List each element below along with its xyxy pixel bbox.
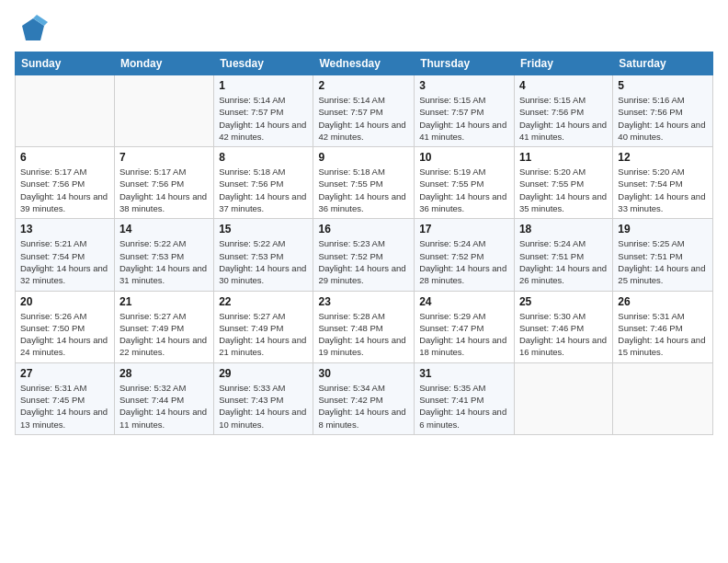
calendar-cell: 3Sunrise: 5:15 AMSunset: 7:57 PMDaylight… [415, 75, 515, 147]
calendar-week-5: 27Sunrise: 5:31 AMSunset: 7:45 PMDayligh… [16, 362, 713, 434]
day-number: 6 [20, 151, 109, 164]
day-number: 28 [119, 367, 209, 380]
day-number: 22 [219, 295, 308, 308]
calendar-cell: 18Sunrise: 5:24 AMSunset: 7:51 PMDayligh… [514, 219, 612, 291]
calendar-week-1: 1Sunrise: 5:14 AMSunset: 7:57 PMDaylight… [16, 75, 713, 147]
day-info: Sunrise: 5:16 AMSunset: 7:56 PMDaylight:… [618, 94, 708, 143]
day-info: Sunrise: 5:14 AMSunset: 7:57 PMDaylight:… [219, 94, 308, 143]
calendar-cell: 2Sunrise: 5:14 AMSunset: 7:57 PMDaylight… [313, 75, 415, 147]
weekday-header-wednesday: Wednesday [313, 52, 415, 75]
day-info: Sunrise: 5:23 AMSunset: 7:52 PMDaylight:… [318, 237, 409, 286]
day-info: Sunrise: 5:32 AMSunset: 7:44 PMDaylight:… [119, 382, 209, 431]
day-number: 2 [318, 79, 409, 92]
day-number: 21 [119, 295, 209, 308]
calendar-cell: 20Sunrise: 5:26 AMSunset: 7:50 PMDayligh… [16, 291, 115, 362]
day-number: 31 [419, 367, 509, 380]
day-number: 25 [519, 295, 608, 308]
calendar-cell: 30Sunrise: 5:34 AMSunset: 7:42 PMDayligh… [313, 362, 415, 434]
weekday-header-tuesday: Tuesday [214, 52, 313, 75]
day-info: Sunrise: 5:30 AMSunset: 7:46 PMDaylight:… [519, 310, 608, 359]
weekday-header-saturday: Saturday [613, 52, 713, 75]
day-info: Sunrise: 5:33 AMSunset: 7:43 PMDaylight:… [219, 382, 308, 431]
calendar-body: 1Sunrise: 5:14 AMSunset: 7:57 PMDaylight… [16, 75, 713, 435]
calendar-cell: 16Sunrise: 5:23 AMSunset: 7:52 PMDayligh… [313, 219, 415, 291]
day-number: 20 [20, 295, 109, 308]
day-info: Sunrise: 5:21 AMSunset: 7:54 PMDaylight:… [20, 237, 109, 286]
day-info: Sunrise: 5:18 AMSunset: 7:56 PMDaylight:… [219, 166, 308, 214]
day-number: 1 [219, 79, 308, 92]
day-info: Sunrise: 5:35 AMSunset: 7:41 PMDaylight:… [419, 382, 509, 431]
day-info: Sunrise: 5:24 AMSunset: 7:51 PMDaylight:… [519, 237, 608, 286]
day-info: Sunrise: 5:28 AMSunset: 7:48 PMDaylight:… [318, 310, 409, 359]
calendar-week-4: 20Sunrise: 5:26 AMSunset: 7:50 PMDayligh… [16, 291, 713, 362]
calendar-week-3: 13Sunrise: 5:21 AMSunset: 7:54 PMDayligh… [16, 219, 713, 291]
calendar-cell: 26Sunrise: 5:31 AMSunset: 7:46 PMDayligh… [613, 291, 713, 362]
calendar-table: SundayMondayTuesdayWednesdayThursdayFrid… [15, 52, 713, 435]
calendar-cell: 25Sunrise: 5:30 AMSunset: 7:46 PMDayligh… [514, 291, 612, 362]
day-info: Sunrise: 5:22 AMSunset: 7:53 PMDaylight:… [119, 237, 209, 286]
day-info: Sunrise: 5:17 AMSunset: 7:56 PMDaylight:… [119, 166, 209, 214]
calendar-cell: 7Sunrise: 5:17 AMSunset: 7:56 PMDaylight… [115, 147, 214, 219]
day-number: 16 [318, 223, 409, 236]
weekday-header-monday: Monday [115, 52, 214, 75]
weekday-header-thursday: Thursday [415, 52, 515, 75]
day-info: Sunrise: 5:17 AMSunset: 7:56 PMDaylight:… [20, 166, 109, 214]
day-info: Sunrise: 5:31 AMSunset: 7:45 PMDaylight:… [20, 382, 109, 431]
calendar-cell [514, 362, 612, 434]
day-number: 30 [318, 367, 409, 380]
calendar-cell: 12Sunrise: 5:20 AMSunset: 7:54 PMDayligh… [613, 147, 713, 219]
day-info: Sunrise: 5:29 AMSunset: 7:47 PMDaylight:… [419, 310, 509, 359]
calendar-cell: 6Sunrise: 5:17 AMSunset: 7:56 PMDaylight… [16, 147, 115, 219]
day-info: Sunrise: 5:27 AMSunset: 7:49 PMDaylight:… [119, 310, 209, 359]
calendar-cell [613, 362, 713, 434]
calendar-cell: 15Sunrise: 5:22 AMSunset: 7:53 PMDayligh… [214, 219, 313, 291]
calendar-cell: 9Sunrise: 5:18 AMSunset: 7:55 PMDaylight… [313, 147, 415, 219]
day-info: Sunrise: 5:34 AMSunset: 7:42 PMDaylight:… [318, 382, 409, 431]
calendar-cell [16, 75, 115, 147]
calendar-cell: 17Sunrise: 5:24 AMSunset: 7:52 PMDayligh… [415, 219, 515, 291]
calendar-cell: 21Sunrise: 5:27 AMSunset: 7:49 PMDayligh… [115, 291, 214, 362]
calendar-cell: 4Sunrise: 5:15 AMSunset: 7:56 PMDaylight… [514, 75, 612, 147]
day-info: Sunrise: 5:20 AMSunset: 7:55 PMDaylight:… [519, 166, 608, 214]
day-info: Sunrise: 5:20 AMSunset: 7:54 PMDaylight:… [618, 166, 708, 214]
day-number: 19 [618, 223, 708, 236]
calendar-cell: 24Sunrise: 5:29 AMSunset: 7:47 PMDayligh… [415, 291, 515, 362]
day-number: 7 [119, 151, 209, 164]
day-number: 14 [119, 223, 209, 236]
day-number: 8 [219, 151, 308, 164]
weekday-header-friday: Friday [514, 52, 612, 75]
page-header [15, 15, 713, 44]
calendar-header: SundayMondayTuesdayWednesdayThursdayFrid… [16, 52, 713, 75]
day-info: Sunrise: 5:18 AMSunset: 7:55 PMDaylight:… [318, 166, 409, 214]
calendar-cell: 11Sunrise: 5:20 AMSunset: 7:55 PMDayligh… [514, 147, 612, 219]
day-number: 15 [219, 223, 308, 236]
calendar-cell: 31Sunrise: 5:35 AMSunset: 7:41 PMDayligh… [415, 362, 515, 434]
day-number: 9 [318, 151, 409, 164]
day-number: 18 [519, 223, 608, 236]
day-number: 12 [618, 151, 708, 164]
calendar-week-2: 6Sunrise: 5:17 AMSunset: 7:56 PMDaylight… [16, 147, 713, 219]
calendar-cell: 23Sunrise: 5:28 AMSunset: 7:48 PMDayligh… [313, 291, 415, 362]
day-info: Sunrise: 5:14 AMSunset: 7:57 PMDaylight:… [318, 94, 409, 143]
day-number: 29 [219, 367, 308, 380]
calendar-cell: 28Sunrise: 5:32 AMSunset: 7:44 PMDayligh… [115, 362, 214, 434]
day-info: Sunrise: 5:19 AMSunset: 7:55 PMDaylight:… [419, 166, 509, 214]
day-number: 26 [618, 295, 708, 308]
calendar-cell: 13Sunrise: 5:21 AMSunset: 7:54 PMDayligh… [16, 219, 115, 291]
day-info: Sunrise: 5:24 AMSunset: 7:52 PMDaylight:… [419, 237, 509, 286]
day-number: 4 [519, 79, 608, 92]
day-number: 3 [419, 79, 509, 92]
calendar-cell: 27Sunrise: 5:31 AMSunset: 7:45 PMDayligh… [16, 362, 115, 434]
day-number: 11 [519, 151, 608, 164]
calendar-cell: 14Sunrise: 5:22 AMSunset: 7:53 PMDayligh… [115, 219, 214, 291]
day-number: 27 [20, 367, 109, 380]
day-number: 13 [20, 223, 109, 236]
day-info: Sunrise: 5:15 AMSunset: 7:56 PMDaylight:… [519, 94, 608, 143]
calendar-cell: 1Sunrise: 5:14 AMSunset: 7:57 PMDaylight… [214, 75, 313, 147]
calendar-cell: 29Sunrise: 5:33 AMSunset: 7:43 PMDayligh… [214, 362, 313, 434]
day-info: Sunrise: 5:26 AMSunset: 7:50 PMDaylight:… [20, 310, 109, 359]
calendar-cell: 22Sunrise: 5:27 AMSunset: 7:49 PMDayligh… [214, 291, 313, 362]
day-info: Sunrise: 5:27 AMSunset: 7:49 PMDaylight:… [219, 310, 308, 359]
calendar-cell: 5Sunrise: 5:16 AMSunset: 7:56 PMDaylight… [613, 75, 713, 147]
day-info: Sunrise: 5:31 AMSunset: 7:46 PMDaylight:… [618, 310, 708, 359]
